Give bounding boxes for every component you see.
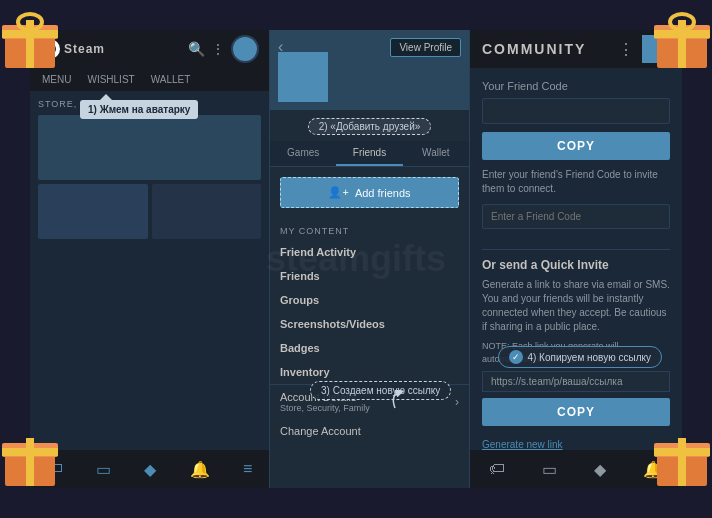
gift-decoration-tl bbox=[0, 0, 80, 80]
featured-grid bbox=[38, 115, 261, 239]
featured-item-2 bbox=[152, 184, 262, 239]
featured-item-1 bbox=[38, 184, 148, 239]
tab-wallet[interactable]: Wallet bbox=[403, 141, 469, 166]
nav-wishlist[interactable]: WISHLIST bbox=[83, 72, 138, 87]
account-details-row[interactable]: Account Details Store, Security, Family … bbox=[270, 384, 469, 419]
community-title: COMMUNITY bbox=[482, 41, 610, 57]
community-card-icon[interactable]: ▭ bbox=[542, 460, 557, 479]
note-text: NOTE: Each link you generate will automa… bbox=[482, 340, 670, 365]
divider bbox=[482, 249, 670, 250]
search-icon[interactable]: 🔍 bbox=[188, 41, 205, 57]
menu-friends[interactable]: Friends bbox=[270, 264, 469, 288]
your-friend-code-label: Your Friend Code bbox=[482, 80, 670, 92]
community-tag-icon[interactable]: 🏷 bbox=[489, 460, 505, 478]
quick-invite-title: Or send a Quick Invite bbox=[482, 258, 670, 272]
gift-decoration-bl bbox=[0, 438, 80, 518]
svg-rect-16 bbox=[678, 438, 686, 486]
menu-friend-activity[interactable]: Friend Activity bbox=[270, 240, 469, 264]
nav-wallet[interactable]: WALLET bbox=[147, 72, 195, 87]
back-button[interactable]: ‹ bbox=[278, 38, 283, 56]
svg-rect-17 bbox=[654, 448, 710, 456]
step1-annotation: 1) Жмем на аватарку bbox=[80, 100, 198, 119]
account-details-title: Account Details bbox=[280, 391, 455, 403]
featured-item-large bbox=[38, 115, 261, 180]
featured-section: Store, Security, Family bbox=[30, 91, 269, 450]
quick-invite-desc: Generate a link to share via email or SM… bbox=[482, 278, 670, 334]
copy-button-1[interactable]: COPY bbox=[482, 132, 670, 160]
tab-games[interactable]: Games bbox=[270, 141, 336, 166]
add-friends-label: Add friends bbox=[355, 187, 411, 199]
invite-description: Enter your friend's Friend Code to invit… bbox=[482, 168, 670, 196]
profile-avatar bbox=[278, 52, 328, 102]
step2-annotation: 2) «Добавить друзей» bbox=[308, 118, 432, 135]
middle-panel: ‹ View Profile 2) «Добавить друзей» Game… bbox=[270, 30, 470, 488]
more-icon[interactable]: ⋮ bbox=[211, 41, 225, 57]
svg-rect-13 bbox=[2, 448, 58, 456]
step2-annotation-wrapper: 2) «Добавить друзей» bbox=[270, 110, 469, 141]
friend-code-field[interactable] bbox=[482, 98, 670, 124]
main-container: Steam 🔍 ⋮ 1) Жмем на аватарку MENU WISHL… bbox=[30, 30, 682, 488]
link-url: https://s.team/p/ваша/ссылка bbox=[482, 371, 670, 392]
svg-rect-7 bbox=[678, 20, 686, 68]
diamond-icon[interactable]: ◆ bbox=[144, 460, 156, 479]
bell-icon[interactable]: 🔔 bbox=[190, 460, 210, 479]
gift-decoration-tr bbox=[632, 0, 712, 80]
header-icons: 🔍 ⋮ bbox=[188, 35, 259, 63]
menu-groups[interactable]: Groups bbox=[270, 288, 469, 312]
menu-screenshots[interactable]: Screenshots/Videos bbox=[270, 312, 469, 336]
community-diamond-icon[interactable]: ◆ bbox=[594, 460, 606, 479]
menu-badges[interactable]: Badges bbox=[270, 336, 469, 360]
svg-rect-2 bbox=[26, 20, 34, 68]
generate-new-link[interactable]: Generate new link bbox=[482, 439, 563, 450]
profile-tabs: Games Friends Wallet bbox=[270, 141, 469, 167]
profile-header: View Profile bbox=[270, 30, 469, 110]
view-profile-button[interactable]: View Profile bbox=[390, 38, 461, 57]
copy-button-2[interactable]: COPY bbox=[482, 398, 670, 426]
svg-rect-12 bbox=[26, 438, 34, 486]
left-panel: Steam 🔍 ⋮ 1) Жмем на аватарку MENU WISHL… bbox=[30, 30, 270, 488]
avatar[interactable] bbox=[231, 35, 259, 63]
gift-decoration-br bbox=[632, 438, 712, 518]
account-details-sub: Store, Security, Family bbox=[280, 403, 455, 413]
menu-icon[interactable]: ≡ bbox=[243, 460, 252, 478]
menu-inventory[interactable]: Inventory bbox=[270, 360, 469, 384]
enter-friend-code-field[interactable] bbox=[482, 204, 670, 229]
add-friends-button[interactable]: 👤+ Add friends bbox=[280, 177, 459, 208]
tab-friends[interactable]: Friends bbox=[336, 141, 402, 166]
my-content-label: MY CONTENT bbox=[270, 218, 469, 240]
community-content: Your Friend Code COPY Enter your friend'… bbox=[470, 68, 682, 450]
account-details-text: Account Details Store, Security, Family bbox=[280, 391, 455, 413]
card-icon[interactable]: ▭ bbox=[96, 460, 111, 479]
right-panel: COMMUNITY ⋮ Your Friend Code COPY Enter … bbox=[470, 30, 682, 488]
menu-change-account[interactable]: Change Account bbox=[270, 419, 469, 443]
add-friends-icon: 👤+ bbox=[328, 186, 348, 199]
chevron-right-icon: › bbox=[455, 395, 459, 409]
